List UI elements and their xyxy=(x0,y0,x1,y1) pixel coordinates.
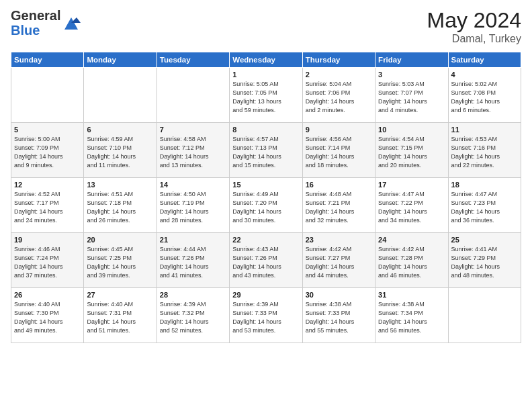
day-detail: Sunrise: 4:45 AM Sunset: 7:25 PM Dayligh… xyxy=(87,245,153,280)
day-number: 16 xyxy=(306,181,372,189)
logo-text: General Blue xyxy=(11,8,60,38)
week-row-3: 12Sunrise: 4:52 AM Sunset: 7:17 PM Dayli… xyxy=(11,178,521,233)
day-number: 31 xyxy=(378,291,445,299)
col-header-sunday: Sunday xyxy=(11,52,84,68)
day-cell: 24Sunrise: 4:42 AM Sunset: 7:28 PM Dayli… xyxy=(375,233,448,288)
col-header-tuesday: Tuesday xyxy=(157,52,229,68)
day-detail: Sunrise: 4:58 AM Sunset: 7:12 PM Dayligh… xyxy=(160,135,226,170)
col-header-monday: Monday xyxy=(84,52,157,68)
day-number: 23 xyxy=(306,236,372,244)
logo-blue: Blue xyxy=(11,23,40,38)
day-detail: Sunrise: 4:46 AM Sunset: 7:24 PM Dayligh… xyxy=(14,245,81,280)
day-number: 12 xyxy=(14,181,81,189)
logo-icon xyxy=(62,13,81,32)
day-cell: 3Sunrise: 5:03 AM Sunset: 7:07 PM Daylig… xyxy=(375,68,448,123)
day-cell xyxy=(84,68,157,123)
day-cell: 1Sunrise: 5:05 AM Sunset: 7:05 PM Daylig… xyxy=(230,68,302,123)
day-cell: 17Sunrise: 4:47 AM Sunset: 7:22 PM Dayli… xyxy=(375,178,448,233)
day-cell: 31Sunrise: 4:38 AM Sunset: 7:34 PM Dayli… xyxy=(375,288,448,343)
day-cell xyxy=(157,68,229,123)
day-cell: 27Sunrise: 4:40 AM Sunset: 7:31 PM Dayli… xyxy=(84,288,157,343)
day-cell: 30Sunrise: 4:38 AM Sunset: 7:33 PM Dayli… xyxy=(302,288,375,343)
day-cell: 10Sunrise: 4:54 AM Sunset: 7:15 PM Dayli… xyxy=(375,123,448,178)
day-number: 15 xyxy=(232,181,299,189)
day-number: 29 xyxy=(232,291,299,299)
day-detail: Sunrise: 4:54 AM Sunset: 7:15 PM Dayligh… xyxy=(378,135,445,170)
day-detail: Sunrise: 4:40 AM Sunset: 7:31 PM Dayligh… xyxy=(87,300,153,335)
week-row-1: 1Sunrise: 5:05 AM Sunset: 7:05 PM Daylig… xyxy=(11,68,521,123)
title-month: May 2024 xyxy=(427,8,521,33)
header-row: SundayMondayTuesdayWednesdayThursdayFrid… xyxy=(11,52,521,68)
day-cell: 7Sunrise: 4:58 AM Sunset: 7:12 PM Daylig… xyxy=(157,123,229,178)
day-detail: Sunrise: 4:39 AM Sunset: 7:33 PM Dayligh… xyxy=(232,300,299,335)
logo: General Blue xyxy=(11,8,81,38)
day-cell: 2Sunrise: 5:04 AM Sunset: 7:06 PM Daylig… xyxy=(302,68,375,123)
day-detail: Sunrise: 4:41 AM Sunset: 7:29 PM Dayligh… xyxy=(451,245,518,280)
day-number: 26 xyxy=(14,291,81,299)
day-detail: Sunrise: 4:38 AM Sunset: 7:33 PM Dayligh… xyxy=(306,300,372,335)
week-row-2: 5Sunrise: 5:00 AM Sunset: 7:09 PM Daylig… xyxy=(11,123,521,178)
calendar-page: General Blue May 2024 Damal, Turkey Sund… xyxy=(0,0,532,411)
day-number: 21 xyxy=(160,236,226,244)
day-cell: 11Sunrise: 4:53 AM Sunset: 7:16 PM Dayli… xyxy=(448,123,521,178)
day-cell: 21Sunrise: 4:44 AM Sunset: 7:26 PM Dayli… xyxy=(157,233,229,288)
day-number: 28 xyxy=(160,291,226,299)
day-number: 9 xyxy=(306,126,372,134)
day-cell: 18Sunrise: 4:47 AM Sunset: 7:23 PM Dayli… xyxy=(448,178,521,233)
day-cell: 26Sunrise: 4:40 AM Sunset: 7:30 PM Dayli… xyxy=(11,288,84,343)
day-number: 18 xyxy=(451,181,518,189)
day-cell xyxy=(448,288,521,343)
day-cell: 8Sunrise: 4:57 AM Sunset: 7:13 PM Daylig… xyxy=(230,123,302,178)
day-detail: Sunrise: 4:47 AM Sunset: 7:22 PM Dayligh… xyxy=(378,190,445,225)
day-cell xyxy=(11,68,84,123)
day-cell: 14Sunrise: 4:50 AM Sunset: 7:19 PM Dayli… xyxy=(157,178,229,233)
title-block: May 2024 Damal, Turkey xyxy=(427,8,521,45)
col-header-saturday: Saturday xyxy=(448,52,521,68)
day-detail: Sunrise: 4:51 AM Sunset: 7:18 PM Dayligh… xyxy=(87,190,153,225)
day-detail: Sunrise: 5:02 AM Sunset: 7:08 PM Dayligh… xyxy=(451,80,518,115)
day-number: 22 xyxy=(232,236,299,244)
day-cell: 25Sunrise: 4:41 AM Sunset: 7:29 PM Dayli… xyxy=(448,233,521,288)
day-detail: Sunrise: 5:00 AM Sunset: 7:09 PM Dayligh… xyxy=(14,135,81,170)
week-row-5: 26Sunrise: 4:40 AM Sunset: 7:30 PM Dayli… xyxy=(11,288,521,343)
day-number: 4 xyxy=(451,71,518,79)
day-number: 24 xyxy=(378,236,445,244)
day-number: 11 xyxy=(451,126,518,134)
day-detail: Sunrise: 4:59 AM Sunset: 7:10 PM Dayligh… xyxy=(87,135,153,170)
day-detail: Sunrise: 4:40 AM Sunset: 7:30 PM Dayligh… xyxy=(14,300,81,335)
day-detail: Sunrise: 4:47 AM Sunset: 7:23 PM Dayligh… xyxy=(451,190,518,225)
header: General Blue May 2024 Damal, Turkey xyxy=(11,8,521,45)
day-number: 7 xyxy=(160,126,226,134)
day-detail: Sunrise: 4:42 AM Sunset: 7:28 PM Dayligh… xyxy=(378,245,445,280)
day-number: 5 xyxy=(14,126,81,134)
day-detail: Sunrise: 5:04 AM Sunset: 7:06 PM Dayligh… xyxy=(306,80,372,115)
day-detail: Sunrise: 4:56 AM Sunset: 7:14 PM Dayligh… xyxy=(306,135,372,170)
day-number: 27 xyxy=(87,291,153,299)
col-header-friday: Friday xyxy=(375,52,448,68)
title-location: Damal, Turkey xyxy=(427,33,521,45)
day-detail: Sunrise: 5:03 AM Sunset: 7:07 PM Dayligh… xyxy=(378,80,445,115)
calendar-table: SundayMondayTuesdayWednesdayThursdayFrid… xyxy=(11,52,521,343)
day-number: 13 xyxy=(87,181,153,189)
day-detail: Sunrise: 4:57 AM Sunset: 7:13 PM Dayligh… xyxy=(232,135,299,170)
day-cell: 20Sunrise: 4:45 AM Sunset: 7:25 PM Dayli… xyxy=(84,233,157,288)
day-number: 1 xyxy=(232,71,299,79)
day-detail: Sunrise: 4:38 AM Sunset: 7:34 PM Dayligh… xyxy=(378,300,445,335)
day-number: 10 xyxy=(378,126,445,134)
day-number: 30 xyxy=(306,291,372,299)
day-number: 3 xyxy=(378,71,445,79)
day-cell: 5Sunrise: 5:00 AM Sunset: 7:09 PM Daylig… xyxy=(11,123,84,178)
day-detail: Sunrise: 4:44 AM Sunset: 7:26 PM Dayligh… xyxy=(160,245,226,280)
col-header-wednesday: Wednesday xyxy=(230,52,302,68)
day-cell: 15Sunrise: 4:49 AM Sunset: 7:20 PM Dayli… xyxy=(230,178,302,233)
day-cell: 12Sunrise: 4:52 AM Sunset: 7:17 PM Dayli… xyxy=(11,178,84,233)
day-cell: 16Sunrise: 4:48 AM Sunset: 7:21 PM Dayli… xyxy=(302,178,375,233)
day-detail: Sunrise: 4:39 AM Sunset: 7:32 PM Dayligh… xyxy=(160,300,226,335)
day-detail: Sunrise: 4:52 AM Sunset: 7:17 PM Dayligh… xyxy=(14,190,81,225)
day-number: 17 xyxy=(378,181,445,189)
day-detail: Sunrise: 5:05 AM Sunset: 7:05 PM Dayligh… xyxy=(232,80,299,115)
week-row-4: 19Sunrise: 4:46 AM Sunset: 7:24 PM Dayli… xyxy=(11,233,521,288)
day-detail: Sunrise: 4:48 AM Sunset: 7:21 PM Dayligh… xyxy=(306,190,372,225)
day-cell: 6Sunrise: 4:59 AM Sunset: 7:10 PM Daylig… xyxy=(84,123,157,178)
day-cell: 23Sunrise: 4:42 AM Sunset: 7:27 PM Dayli… xyxy=(302,233,375,288)
